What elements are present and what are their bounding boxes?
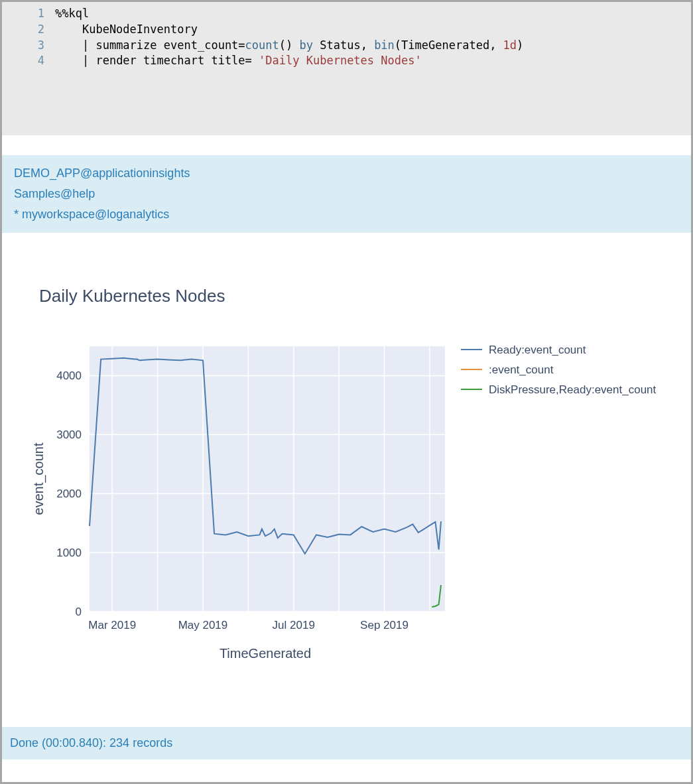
y-axis-label: event_count — [31, 442, 46, 515]
chart-title: Daily Kubernetes Nodes — [39, 286, 678, 306]
code-text: | render timechart title= 'Daily Kuberne… — [55, 53, 422, 69]
legend-label: :event_count — [489, 363, 554, 376]
code-line: 3 | summarize event_count=count() by Sta… — [2, 38, 691, 54]
x-tick-label: Sep 2019 — [360, 619, 409, 631]
chart-output: Daily Kubernetes Nodes 01000200030004000… — [2, 233, 691, 727]
workspace-info-panel: DEMO_APP@applicationinsights Samples@hel… — [2, 155, 691, 233]
y-tick-label: 2000 — [56, 488, 82, 500]
code-line: 1%%kql — [2, 6, 691, 22]
code-line: 4 | render timechart title= 'Daily Kuber… — [2, 53, 691, 69]
x-tick-label: May 2019 — [178, 619, 228, 631]
line-number: 3 — [2, 38, 55, 54]
workspace-line: DEMO_APP@applicationinsights — [9, 163, 680, 184]
line-number: 4 — [2, 53, 55, 69]
line-number: 1 — [2, 6, 55, 22]
x-tick-label: Mar 2019 — [88, 619, 136, 631]
y-tick-label: 3000 — [56, 429, 82, 442]
y-tick-label: 0 — [76, 606, 82, 618]
plot-background — [90, 346, 445, 612]
status-bar: Done (00:00.840): 234 records — [2, 727, 691, 759]
code-text: KubeNodeInventory — [55, 22, 198, 38]
workspace-line: Samples@help — [9, 184, 680, 204]
workspace-line: * myworkspace@loganalytics — [9, 204, 680, 225]
status-text: Done (00:00.840): 234 records — [10, 736, 172, 750]
y-tick-label: 1000 — [56, 547, 82, 559]
y-tick-label: 4000 — [56, 370, 82, 383]
line-number: 2 — [2, 22, 55, 38]
timechart[interactable]: 01000200030004000Mar 2019May 2019Jul 201… — [15, 326, 678, 698]
legend-label: Ready:event_count — [489, 344, 586, 356]
code-text: %%kql — [55, 6, 89, 22]
x-tick-label: Jul 2019 — [273, 619, 315, 631]
legend-label: DiskPressure,Ready:event_count — [489, 383, 657, 396]
code-line: 2 KubeNodeInventory — [2, 22, 691, 38]
code-cell[interactable]: 1%%kql2 KubeNodeInventory3 | summarize e… — [2, 2, 691, 135]
cell-separator — [2, 135, 691, 155]
code-text: | summarize event_count=count() by Statu… — [55, 38, 523, 54]
x-axis-label: TimeGenerated — [220, 646, 311, 661]
